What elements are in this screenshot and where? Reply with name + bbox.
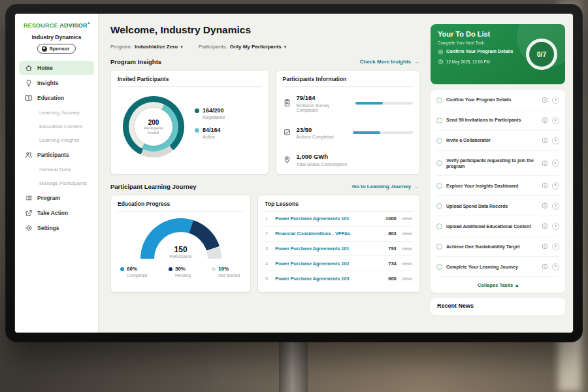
clock-icon: [438, 59, 444, 65]
filter-bar: Program: Industrialize Zero ▾ Participan…: [110, 44, 420, 50]
chevron-right-icon[interactable]: ›: [552, 203, 559, 210]
sidebar-item-manage-participants[interactable]: Manage Participants: [19, 176, 94, 190]
sidebar-item-participants[interactable]: Participants: [19, 148, 94, 162]
info-icon[interactable]: [542, 243, 548, 250]
gear-icon: [25, 224, 33, 232]
chevron-right-icon[interactable]: ›: [552, 159, 559, 167]
task-row[interactable]: Verify participants requesting to join t…: [436, 151, 559, 176]
sponsor-badge[interactable]: Sponsor: [37, 44, 76, 54]
chevron-right-icon[interactable]: ›: [552, 97, 559, 104]
info-icon[interactable]: [542, 97, 548, 103]
task-row[interactable]: Send 50 Invitations to Participants ›: [436, 110, 559, 131]
lesson-rank: 3: [265, 246, 271, 251]
info-icon[interactable]: [542, 160, 548, 167]
card-title: Invited Participants: [118, 76, 262, 87]
task-row[interactable]: Invite a Collaborator ›: [436, 131, 559, 151]
chevron-right-icon[interactable]: ›: [552, 223, 559, 230]
lesson-row: 3 Power Purchase Agreements 101 793 view…: [265, 242, 413, 257]
sidebar-item-general-data[interactable]: General Data: [19, 163, 94, 176]
sidebar-item-learning-insights[interactable]: Learning Insights: [19, 133, 94, 147]
lesson-link[interactable]: Power Purchase Agreements 103: [275, 276, 384, 282]
metric-label: Emission Survey Completed: [297, 103, 350, 112]
sidebar-item-take-action[interactable]: Take Action: [19, 206, 94, 220]
page-title: Welcome, Industry Dynamics: [110, 24, 420, 36]
sidebar-item-insights[interactable]: Insights: [19, 76, 94, 90]
recent-news-card[interactable]: Recent News: [431, 298, 565, 315]
sidebar-item-education-content[interactable]: Education Content: [19, 120, 94, 133]
checklist-icon: [283, 128, 291, 137]
collapse-tasks-button[interactable]: Collapse Tasks ▴: [436, 277, 559, 293]
task-checkbox[interactable]: [436, 244, 442, 250]
task-checkbox[interactable]: [436, 223, 442, 229]
arrow-right-icon: →: [414, 59, 419, 65]
check-more-insights-link[interactable]: Check More Insights →: [360, 59, 419, 65]
legend-label: Registered: [203, 115, 225, 120]
lesson-link[interactable]: Power Purchase Agreements 101: [275, 246, 384, 252]
task-checkbox[interactable]: [436, 264, 442, 270]
task-row[interactable]: Upload Additional Educational Content ›: [436, 216, 559, 237]
main-content: Welcome, Industry Dynamics Program: Indu…: [99, 14, 428, 333]
program-insights-header: Program Insights Check More Insights →: [110, 58, 419, 65]
task-checkbox[interactable]: [436, 118, 442, 123]
lesson-link[interactable]: Power Purchase Agreements 101: [275, 216, 382, 221]
lesson-link[interactable]: Power Purchase Agreements 102: [275, 261, 384, 267]
metric-value: 1,000 GWh: [297, 153, 348, 160]
chevron-right-icon[interactable]: ›: [552, 117, 559, 124]
chevron-right-icon[interactable]: ›: [552, 137, 559, 144]
top-lessons-card: Top Lessons 1 Power Purchase Agreements …: [257, 195, 420, 293]
gauge-legend: 60% Completed 30% Pending 10%: [118, 259, 244, 278]
sidebar-item-education[interactable]: Education: [19, 91, 94, 105]
sidebar-item-label: Home: [37, 65, 53, 71]
gauge-center-label: Participants: [140, 254, 221, 259]
legend-dot: [120, 267, 124, 271]
task-row[interactable]: Confirm Your Program Details ›: [436, 90, 559, 110]
info-icon[interactable]: [542, 203, 548, 209]
legend-item: 30% Pending: [169, 266, 191, 278]
sidebar-item-home[interactable]: Home: [19, 61, 94, 75]
sidebar-item-learning-journey[interactable]: Learning Journey: [19, 106, 94, 120]
lesson-link[interactable]: Financial Considerations - VPPAs: [275, 231, 384, 237]
sidebar-item-label: Take Action: [37, 210, 68, 216]
brand-resource: RESOURCE: [24, 22, 58, 29]
task-checkbox[interactable]: [436, 97, 442, 103]
task-row[interactable]: Upload Spend Data Records ›: [436, 196, 559, 216]
task-row[interactable]: Complete Your Learning Journey ›: [436, 257, 559, 277]
card-title: Top Lessons: [265, 201, 413, 212]
chevron-right-icon[interactable]: ›: [552, 263, 559, 270]
lesson-views: 600: [388, 276, 397, 282]
invited-participants-card: Invited Participants 200 Participants In…: [110, 70, 269, 174]
info-icon[interactable]: [542, 117, 548, 123]
learning-journey-header: Participant Learning Journey Go to Learn…: [110, 183, 419, 190]
program-filter-label: Program:: [110, 44, 132, 50]
section-title: Program Insights: [110, 58, 161, 65]
task-row[interactable]: Explore Your Insights Dashboard ›: [436, 176, 559, 196]
legend-item: 60% Completed: [120, 266, 147, 278]
todo-panel: Your To Do List Complete Your Next Task:…: [428, 14, 573, 333]
participants-filter[interactable]: Participants: Only My Participants ▾: [199, 44, 287, 50]
gauge-center-value: 150: [140, 245, 221, 254]
task-label: Confirm Your Program Details: [446, 97, 538, 103]
program-filter[interactable]: Program: Industrialize Zero ▾: [110, 44, 183, 50]
sidebar-item-program[interactable]: Program: [19, 191, 94, 205]
task-checkbox[interactable]: [436, 203, 442, 209]
todo-title: Your To Do List: [438, 30, 519, 38]
task-row[interactable]: Achieve One Sustainability Target ›: [436, 237, 559, 257]
task-checkbox[interactable]: [436, 160, 442, 166]
info-icon[interactable]: [542, 223, 548, 229]
chevron-right-icon[interactable]: ›: [552, 182, 559, 189]
survey-icon: [283, 99, 291, 107]
metric-row: 23/50 Actions Completed: [283, 119, 414, 146]
info-icon[interactable]: [542, 263, 548, 270]
location-pin-icon: [283, 155, 291, 164]
sidebar-item-label: Insights: [37, 80, 59, 86]
task-checkbox[interactable]: [436, 183, 442, 189]
sidebar-item-label: Manage Participants: [39, 180, 87, 186]
info-icon[interactable]: [542, 182, 548, 189]
info-icon[interactable]: [542, 137, 548, 144]
task-checkbox[interactable]: [436, 138, 442, 144]
go-to-learning-journey-link[interactable]: Go to Learning Journey →: [352, 184, 419, 189]
chevron-up-icon: ▴: [515, 282, 518, 288]
chevron-right-icon[interactable]: ›: [552, 243, 559, 250]
sidebar-item-settings[interactable]: Settings: [19, 221, 94, 235]
lesson-views-unit: views: [402, 246, 412, 251]
